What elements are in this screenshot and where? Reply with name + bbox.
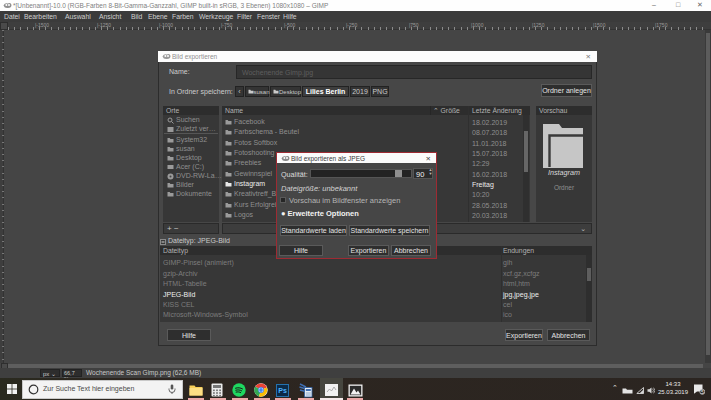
svg-text:5: 5	[701, 389, 704, 395]
